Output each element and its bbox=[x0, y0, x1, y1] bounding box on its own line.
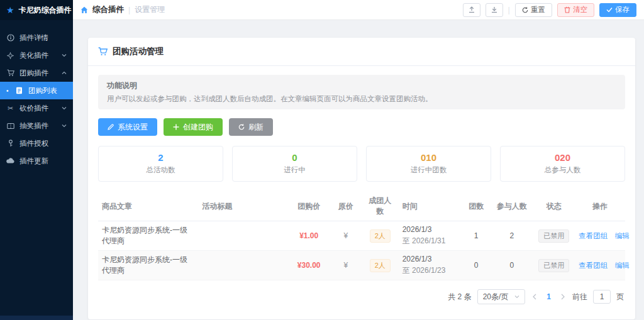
export-button[interactable] bbox=[463, 3, 480, 17]
cell-product: 卡尼奶资源同步系统-一级代理商 bbox=[98, 221, 198, 250]
sidebar-item-beautify-plugin[interactable]: 美化插件 bbox=[0, 47, 73, 64]
toolbar-divider: | bbox=[508, 5, 510, 14]
topbar-actions: | 重置 清空 保存 bbox=[463, 3, 636, 17]
cell-group-size: 2人 bbox=[362, 226, 399, 246]
column-header: 团数 bbox=[462, 197, 491, 216]
cell-original-price: ¥ bbox=[330, 257, 362, 273]
chevron-down-icon bbox=[514, 294, 519, 299]
sidebar-item-label: 抽奖插件 bbox=[19, 121, 57, 131]
table-header-row: 商品文章 活动标题 团购价 原价 成团人数 时间 团数 参与人数 状态 操作 bbox=[98, 192, 625, 221]
sidebar-menu: 插件详情 美化插件 团购插件 bbox=[0, 20, 73, 170]
reset-icon bbox=[522, 7, 528, 13]
cell-time: 2026/1/3 至 2026/1/23 bbox=[399, 251, 462, 280]
sidebar-item-bargain-plugin[interactable]: ✂ 砍价插件 bbox=[0, 99, 73, 117]
time-start: 2026/1/3 bbox=[402, 225, 458, 234]
cell-group-price: ¥1.00 bbox=[288, 228, 330, 244]
column-header: 团购价 bbox=[288, 197, 330, 216]
column-header: 活动标题 bbox=[198, 197, 287, 216]
notice-box: 功能说明 用户可以发起或参与团购，达到成团人数后自动成团。在文章编辑页面可以为商… bbox=[98, 75, 625, 109]
import-button[interactable] bbox=[486, 3, 503, 17]
stat-total-participants: 020 总参与人数 bbox=[500, 146, 625, 182]
sidebar-item-label: 插件详情 bbox=[19, 33, 67, 43]
table-row: 卡尼奶资源同步系统-一级代理商 ¥30.00 ¥ 2人 2026/1/3 至 2… bbox=[98, 251, 625, 280]
status-badge: 已禁用 bbox=[538, 259, 569, 272]
group-size-badge: 2人 bbox=[370, 259, 391, 272]
groupbuy-management-card: 团购活动管理 功能说明 用户可以发起或参与团购，达到成团人数后自动成团。在文章编… bbox=[88, 38, 635, 319]
reset-button[interactable]: 重置 bbox=[515, 3, 552, 17]
page-title: 团购活动管理 bbox=[113, 46, 164, 57]
sidebar-item-plugin-details[interactable]: 插件详情 bbox=[0, 29, 73, 47]
view-groups-link[interactable]: 查看团组 bbox=[579, 262, 608, 269]
cell-original-price: ¥ bbox=[330, 228, 362, 244]
stat-value: 020 bbox=[501, 152, 625, 163]
create-group-button[interactable]: 创建团购 bbox=[164, 118, 223, 136]
column-header: 状态 bbox=[533, 197, 575, 216]
column-header: 成团人数 bbox=[362, 192, 399, 221]
next-page-button[interactable] bbox=[559, 294, 567, 300]
column-header: 参与人数 bbox=[491, 197, 533, 216]
stat-label: 进行中 bbox=[233, 165, 357, 175]
sidebar-item-label: 团购列表 bbox=[28, 86, 67, 96]
stats-row: 2 总活动数 0 进行中 010 进行中团数 020 bbox=[98, 146, 625, 182]
sidebar-scrollbar[interactable] bbox=[0, 316, 73, 320]
refresh-button[interactable]: 刷新 bbox=[229, 118, 273, 136]
group-size-badge: 2人 bbox=[370, 229, 391, 243]
clear-button[interactable]: 清空 bbox=[557, 3, 594, 17]
trash-icon bbox=[564, 6, 570, 13]
sidebar-item-label: 插件更新 bbox=[19, 157, 67, 166]
page-number-1[interactable]: 1 bbox=[544, 292, 553, 301]
sidebar-item-label: 美化插件 bbox=[19, 51, 57, 60]
edit-link[interactable]: 编辑 bbox=[615, 232, 630, 240]
chevron-down-icon bbox=[62, 123, 67, 128]
cell-participants: 2 bbox=[491, 228, 533, 244]
sidebar-item-label: 团购插件 bbox=[19, 69, 57, 78]
chevron-up-icon bbox=[62, 70, 67, 75]
cell-time: 2026/1/3 至 2026/1/31 bbox=[399, 221, 462, 250]
stat-value: 0 bbox=[233, 152, 357, 163]
chevron-down-icon bbox=[62, 53, 67, 58]
column-header: 商品文章 bbox=[98, 197, 198, 216]
cell-status: 已禁用 bbox=[533, 255, 575, 276]
column-header: 时间 bbox=[399, 197, 462, 216]
sidebar-item-plugin-license[interactable]: 插件授权 bbox=[0, 135, 73, 152]
breadcrumb-root[interactable]: 综合插件 bbox=[92, 4, 124, 15]
app-logo: ★ 卡尼奶综合插件 bbox=[0, 0, 73, 20]
cell-group-size: 2人 bbox=[362, 255, 399, 276]
sidebar-item-plugin-update[interactable]: 插件更新 bbox=[0, 152, 73, 170]
prev-page-button[interactable] bbox=[531, 294, 538, 300]
time-start: 2026/1/3 bbox=[402, 255, 458, 263]
cell-group-price: ¥30.00 bbox=[288, 257, 330, 273]
cell-actions: 查看团组 编辑 bbox=[575, 228, 625, 245]
groupbuy-table: 商品文章 活动标题 团购价 原价 成团人数 时间 团数 参与人数 状态 操作 bbox=[98, 192, 625, 280]
sidebar-item-groupbuy-list[interactable]: • 团购列表 bbox=[0, 82, 73, 99]
cart-icon bbox=[6, 69, 14, 77]
pagination: 共 2 条 20条/页 1 bbox=[98, 280, 625, 313]
star-icon: ★ bbox=[6, 6, 14, 14]
sidebar-item-lottery-plugin[interactable]: 抽奖插件 bbox=[0, 117, 73, 135]
refresh-label: 刷新 bbox=[248, 122, 264, 133]
pencil-icon bbox=[108, 124, 114, 130]
edit-link[interactable]: 编辑 bbox=[615, 262, 630, 269]
download-icon bbox=[491, 6, 497, 13]
card-header: 团购活动管理 bbox=[88, 38, 635, 66]
view-groups-link[interactable]: 查看团组 bbox=[579, 232, 608, 240]
time-end: 至 2026/1/23 bbox=[402, 265, 458, 276]
system-settings-label: 系统设置 bbox=[118, 122, 148, 133]
stat-label: 总参与人数 bbox=[501, 165, 625, 175]
page-size-select[interactable]: 20条/页 bbox=[477, 289, 526, 304]
sidebar: ★ 卡尼奶综合插件 插件详情 美化插件 bbox=[0, 0, 73, 320]
info-icon bbox=[6, 34, 14, 41]
card-body: 功能说明 用户可以发起或参与团购，达到成团人数后自动成团。在文章编辑页面可以为商… bbox=[88, 66, 635, 319]
document-icon bbox=[15, 87, 23, 94]
reset-label: 重置 bbox=[531, 5, 545, 14]
cell-groups: 0 bbox=[462, 257, 491, 273]
key-icon bbox=[6, 140, 14, 147]
save-button[interactable]: 保存 bbox=[599, 3, 636, 17]
check-icon bbox=[606, 7, 613, 13]
system-settings-button[interactable]: 系统设置 bbox=[98, 118, 157, 136]
sidebar-item-label: 插件授权 bbox=[19, 139, 67, 148]
sidebar-item-groupbuy-plugin[interactable]: 团购插件 bbox=[0, 64, 73, 82]
content-area: 团购活动管理 功能说明 用户可以发起或参与团购，达到成团人数后自动成团。在文章编… bbox=[73, 20, 644, 320]
goto-page-input[interactable] bbox=[593, 290, 611, 304]
breadcrumb-current[interactable]: 设置管理 bbox=[135, 4, 165, 15]
